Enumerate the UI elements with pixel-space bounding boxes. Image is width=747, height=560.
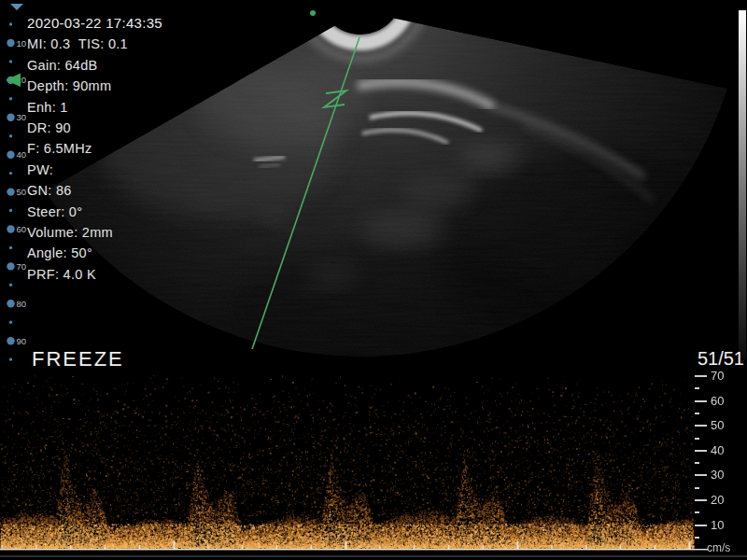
info-panel: 2020-03-22 17:43:35 MI: 0.3 TIS: 0.1Gain…	[27, 13, 162, 285]
ruler-major-dot	[7, 337, 14, 344]
frame-counter: 51/51	[698, 348, 744, 370]
ruler-minor-dot	[9, 172, 12, 175]
ruler-minor-dot	[9, 134, 12, 137]
ruler-depth-label: 60	[17, 224, 27, 234]
orientation-marker-dot	[310, 10, 316, 16]
ruler-minor-dot	[9, 246, 12, 249]
ruler-depth-label: 40	[17, 149, 27, 160]
ultrasound-display: 908070605040302010 2020-03-22 17:43:35 M…	[0, 0, 747, 560]
velocity-minor-tick	[695, 537, 699, 539]
ruler-minor-dot	[9, 321, 12, 324]
ruler-major-dot	[7, 39, 14, 47]
parameter-line: Angle: 50°	[27, 243, 162, 263]
velocity-minor-tick	[695, 438, 699, 440]
velocity-major-tick	[695, 525, 707, 526]
ruler-minor-dot	[9, 209, 12, 212]
parameter-line: GN: 86	[27, 180, 162, 201]
velocity-major-tick	[695, 474, 707, 476]
ruler-minor-dot	[9, 357, 12, 360]
velocity-minor-tick	[695, 413, 699, 414]
velocity-scale-label: 60	[711, 394, 724, 408]
parameter-line: MI: 0.3 TIS: 0.1	[27, 34, 162, 54]
parameter-line: F: 6.5MHz	[27, 138, 162, 159]
ruler-major-dot	[7, 151, 14, 159]
velocity-major-tick	[695, 400, 707, 402]
velocity-minor-tick	[695, 511, 699, 513]
ruler-major-dot	[7, 300, 14, 307]
ruler-top-chevron-icon[interactable]	[10, 4, 23, 10]
velocity-minor-tick	[695, 387, 699, 389]
ruler-major-dot	[7, 262, 14, 270]
velocity-scale-label: 30	[711, 468, 724, 482]
parameter-line: PRF: 4.0 K	[27, 264, 162, 285]
ruler-major-dot	[7, 225, 14, 232]
parameter-line: Depth: 90mm	[27, 76, 162, 96]
parameter-line: Enh: 1	[27, 97, 162, 118]
parameter-line: DR: 90	[27, 118, 162, 138]
ruler-minor-dot	[9, 60, 12, 63]
parameter-line: Steer: 0°	[27, 202, 162, 222]
velocity-major-tick	[695, 450, 707, 452]
velocity-scale-label: 10	[711, 518, 724, 532]
parameter-line: Volume: 2mm	[27, 222, 162, 243]
velocity-scale-label: 50	[711, 418, 724, 432]
velocity-minor-tick	[695, 487, 699, 489]
ruler-minor-dot	[9, 284, 12, 287]
doppler-spectrum-display	[0, 369, 747, 553]
velocity-major-tick	[695, 499, 707, 501]
focus-marker-icon[interactable]	[6, 74, 21, 88]
velocity-unit-label: cm/s	[707, 541, 730, 554]
ruler-minor-dot	[9, 22, 12, 25]
ruler-depth-label: 50	[17, 187, 27, 197]
velocity-scale-label: 70	[711, 369, 724, 383]
grayscale-map-bar	[739, 10, 746, 359]
parameter-line: PW:	[27, 160, 162, 180]
velocity-major-tick	[695, 375, 707, 377]
depth-ruler: 908070605040302010	[6, 4, 26, 361]
ruler-depth-label: 80	[17, 299, 27, 309]
ruler-depth-label: 70	[17, 261, 27, 272]
ruler-depth-label: 10	[17, 38, 27, 49]
velocity-minor-tick	[695, 462, 699, 464]
velocity-scale-label: 40	[711, 443, 724, 457]
ruler-major-dot	[7, 188, 14, 195]
parameter-line: Gain: 64dB	[27, 55, 162, 76]
ruler-minor-dot	[9, 97, 12, 100]
ruler-depth-label: 30	[17, 112, 27, 122]
datetime-text: 2020-03-22 17:43:35	[27, 13, 162, 34]
ruler-major-dot	[7, 114, 14, 121]
bottom-separator-line	[0, 555, 747, 557]
velocity-scale-label: 20	[711, 493, 724, 507]
ruler-depth-label: 90	[17, 336, 27, 346]
velocity-major-tick	[695, 425, 707, 427]
